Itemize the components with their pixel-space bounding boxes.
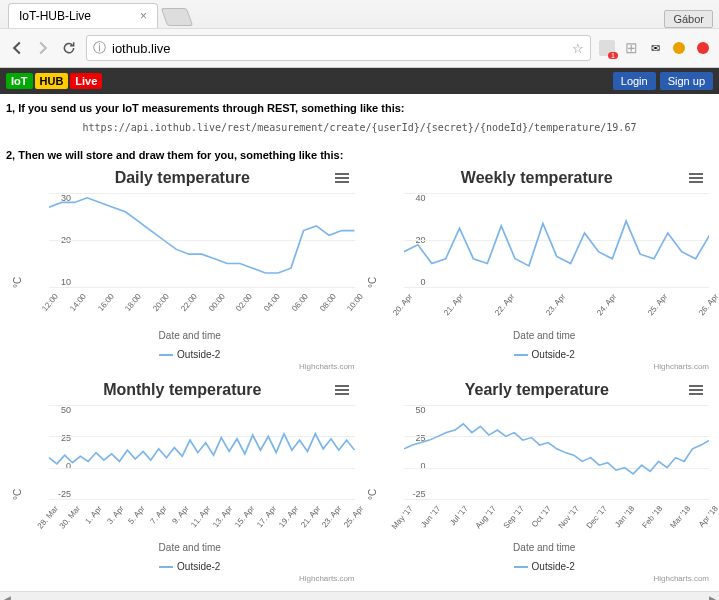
chart-menu-icon[interactable] [335, 383, 349, 397]
signup-button[interactable]: Sign up [660, 72, 713, 90]
x-tick: 11. Apr [189, 504, 212, 529]
chart-credit[interactable]: Highcharts.com [25, 574, 355, 583]
chart-title: Monthly temperature [10, 381, 355, 399]
forward-button[interactable] [34, 39, 52, 57]
x-tick: 23. Apr [544, 292, 567, 317]
x-tick: 15. Apr [233, 504, 256, 529]
x-tick: 08:00 [318, 292, 338, 313]
x-tick: Oct '17 [530, 504, 553, 529]
x-axis-label: Date and time [380, 542, 710, 553]
x-tick: 12:00 [40, 292, 60, 313]
browser-chrome: IoT-HUB-Live × Gábor ⓘ ☆ 1 ⊞ ✉ [0, 0, 719, 68]
auth-buttons: Login Sign up [613, 72, 713, 90]
x-axis-label: Date and time [25, 330, 355, 341]
chart-legend[interactable]: Outside-2 [380, 561, 710, 572]
back-button[interactable] [8, 39, 26, 57]
address-bar[interactable]: ⓘ ☆ [86, 35, 591, 61]
extension-icon-2[interactable]: ⊞ [623, 40, 639, 56]
x-tick: 30. Mar [57, 504, 81, 531]
x-ticks: 20. Apr21. Apr22. Apr23. Apr24. Apr25. A… [404, 288, 710, 328]
x-tick: 00:00 [207, 292, 227, 313]
x-axis-label: Date and time [380, 330, 710, 341]
x-tick: 02:00 [235, 292, 255, 313]
extension-icon-4[interactable] [671, 40, 687, 56]
scroll-right-icon[interactable]: ▶ [705, 594, 719, 601]
chart-title: Daily temperature [10, 169, 355, 187]
x-axis-label: Date and time [25, 542, 355, 553]
chart-title: Yearly temperature [365, 381, 710, 399]
rest-url-example: https://api.iothub.live/rest/measurement… [6, 122, 713, 133]
legend-swatch [514, 354, 528, 356]
chart-credit[interactable]: Highcharts.com [380, 362, 710, 371]
chart-legend[interactable]: Outside-2 [380, 349, 710, 360]
page-content: 1, If you send us your IoT measurements … [0, 94, 719, 591]
chart-yearly: Yearly temperature°C50250-25May '17Jun '… [365, 381, 710, 583]
app-header: IoT HUB Live Login Sign up [0, 68, 719, 94]
x-tick: Jan '18 [613, 504, 636, 529]
info-icon[interactable]: ⓘ [93, 39, 106, 57]
x-tick: 20. Apr [391, 292, 414, 317]
close-icon[interactable]: × [140, 9, 147, 23]
chart-menu-icon[interactable] [689, 171, 703, 185]
x-tick: 5. Apr [127, 504, 147, 526]
x-tick: 26. Apr [697, 292, 719, 317]
x-tick: Apr '18 [697, 504, 719, 529]
chart-title: Weekly temperature [365, 169, 710, 187]
x-tick: 10:00 [346, 292, 366, 313]
logo-live: Live [70, 73, 102, 89]
x-tick: 21. Apr [442, 292, 465, 317]
x-tick: Aug '17 [474, 504, 498, 530]
x-tick: Mar '18 [668, 504, 692, 530]
y-axis-label: °C [365, 405, 380, 583]
reload-button[interactable] [60, 39, 78, 57]
x-tick: Nov '17 [557, 504, 581, 530]
legend-swatch [159, 354, 173, 356]
y-axis-label: °C [365, 193, 380, 371]
x-ticks: May '17Jun '17Jul '17Aug '17Sep '17Oct '… [404, 500, 710, 540]
x-tick: 9. Apr [170, 504, 190, 526]
legend-label: Outside-2 [177, 561, 220, 572]
chart-weekly: Weekly temperature°C4020020. Apr21. Apr2… [365, 169, 710, 371]
x-tick: 06:00 [290, 292, 310, 313]
x-tick: 13. Apr [211, 504, 234, 529]
logo-hub: HUB [35, 73, 69, 89]
x-tick: 3. Apr [105, 504, 125, 526]
profile-badge[interactable]: Gábor [664, 10, 713, 28]
star-icon[interactable]: ☆ [572, 41, 584, 56]
x-tick: 18:00 [123, 292, 143, 313]
browser-tab[interactable]: IoT-HUB-Live × [8, 3, 158, 28]
x-tick: Jul '17 [448, 504, 470, 527]
extension-icons: 1 ⊞ ✉ [599, 40, 711, 56]
chart-legend[interactable]: Outside-2 [25, 349, 355, 360]
x-tick: Dec '17 [585, 504, 609, 530]
legend-label: Outside-2 [177, 349, 220, 360]
x-tick: Jun '17 [419, 504, 442, 529]
horizontal-scrollbar[interactable]: ◀ ▶ [0, 591, 719, 600]
logo[interactable]: IoT HUB Live [6, 73, 102, 89]
extension-icon-1[interactable]: 1 [599, 40, 615, 56]
chart-legend[interactable]: Outside-2 [25, 561, 355, 572]
chart-credit[interactable]: Highcharts.com [380, 574, 710, 583]
x-tick: 1. Apr [83, 504, 103, 526]
new-tab-button[interactable] [161, 8, 194, 26]
legend-label: Outside-2 [532, 561, 575, 572]
chart-menu-icon[interactable] [689, 383, 703, 397]
extension-icon-3[interactable]: ✉ [647, 40, 663, 56]
intro-text-2: 2, Then we will store and draw them for … [6, 149, 713, 161]
y-axis-label: °C [10, 405, 25, 583]
chart-plot[interactable]: 50250-25 [49, 405, 355, 500]
chart-credit[interactable]: Highcharts.com [25, 362, 355, 371]
url-input[interactable] [112, 41, 566, 56]
chart-plot[interactable]: 302010 [49, 193, 355, 288]
chart-menu-icon[interactable] [335, 171, 349, 185]
charts-grid: Daily temperature°C30201012:0014:0016:00… [6, 169, 713, 583]
logo-iot: IoT [6, 73, 33, 89]
login-button[interactable]: Login [613, 72, 656, 90]
x-tick: 16:00 [96, 292, 116, 313]
scroll-left-icon[interactable]: ◀ [0, 594, 14, 601]
x-tick: 25. Apr [646, 292, 669, 317]
chart-plot[interactable]: 40200 [404, 193, 710, 288]
chart-plot[interactable]: 50250-25 [404, 405, 710, 500]
x-ticks: 28. Mar30. Mar1. Apr3. Apr5. Apr7. Apr9.… [49, 500, 355, 540]
extension-icon-5[interactable] [695, 40, 711, 56]
